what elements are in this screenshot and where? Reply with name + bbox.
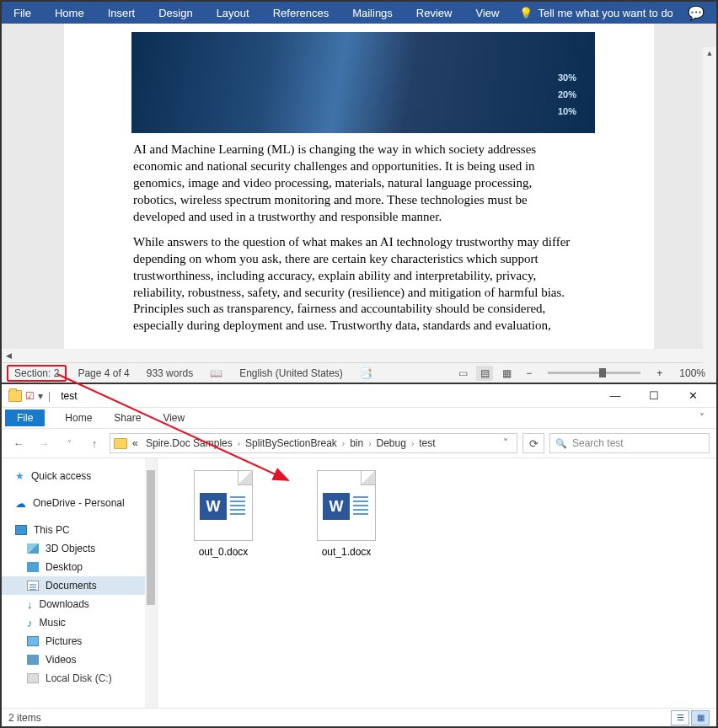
nav-pictures[interactable]: Pictures bbox=[2, 632, 157, 650]
overlay-pct-20: 20% bbox=[558, 89, 576, 99]
addr-overflow-icon[interactable]: « bbox=[132, 437, 141, 449]
nav-music[interactable]: ♪ Music bbox=[2, 613, 157, 632]
nav-pane[interactable]: ★ Quick access ☁ OneDrive - Personal Thi… bbox=[2, 458, 158, 708]
ribbon-tab-design[interactable]: Design bbox=[147, 2, 204, 24]
status-words[interactable]: 933 words bbox=[141, 365, 199, 382]
zoom-out-button[interactable]: − bbox=[520, 365, 538, 382]
print-layout-icon[interactable]: ▤ bbox=[476, 366, 493, 381]
overlay-pct-30: 30% bbox=[558, 72, 576, 83]
nav-local-disk[interactable]: Local Disk (C:) bbox=[2, 669, 157, 688]
hero-handshake-image: 30% 20% 10% bbox=[131, 32, 595, 133]
crumb-split[interactable]: SplitBySectionBreak bbox=[242, 437, 340, 449]
document-page[interactable]: 30% 20% 10% AI and Machine Learning (ML)… bbox=[64, 24, 654, 349]
ribbon-tab-layout[interactable]: Layout bbox=[205, 2, 261, 24]
pc-icon bbox=[15, 525, 27, 535]
icons-view-button[interactable]: ▦ bbox=[691, 710, 710, 725]
nav-back-button[interactable]: ← bbox=[8, 433, 29, 453]
explorer-titlebar: ☑ ▾ | test — ☐ ✕ bbox=[2, 384, 716, 408]
ribbon-tab-mailings[interactable]: Mailings bbox=[340, 2, 405, 24]
scroll-left-icon[interactable]: ◀ bbox=[2, 351, 15, 360]
nav-up-button[interactable]: ↑ bbox=[84, 433, 104, 453]
nav-documents[interactable]: Documents bbox=[2, 576, 157, 595]
scroll-up-icon[interactable]: ▲ bbox=[703, 47, 716, 59]
address-bar[interactable]: « Spire.Doc Samples› SplitBySectionBreak… bbox=[110, 433, 517, 453]
nav-scrollbar[interactable] bbox=[145, 458, 157, 708]
ribbon-tab-insert[interactable]: Insert bbox=[96, 2, 147, 24]
picture-icon bbox=[27, 636, 39, 646]
addr-dropdown-icon[interactable]: ˅ bbox=[498, 437, 513, 449]
ribbon-tab-references[interactable]: References bbox=[261, 2, 340, 24]
qat-chevron-icon[interactable]: ▾ bbox=[38, 390, 43, 402]
file-listing[interactable]: W out_0.docx W out_1.docx bbox=[158, 458, 716, 708]
music-icon: ♪ bbox=[27, 617, 33, 629]
minimize-button[interactable]: — bbox=[598, 386, 632, 406]
maximize-button[interactable]: ☐ bbox=[637, 386, 671, 406]
ribbon-tab-review[interactable]: Review bbox=[405, 2, 464, 24]
crumb-bin[interactable]: bin bbox=[346, 437, 367, 449]
nav-this-pc[interactable]: This PC bbox=[2, 521, 157, 539]
word-doc-icon: W bbox=[317, 470, 376, 541]
crumb-spire[interactable]: Spire.Doc Samples bbox=[142, 437, 236, 449]
read-mode-icon[interactable]: ▭ bbox=[454, 366, 471, 381]
crumb-test[interactable]: test bbox=[415, 437, 438, 449]
item-count: 2 items bbox=[8, 712, 41, 724]
body-paragraph-1[interactable]: AI and Machine Learning (ML) is changing… bbox=[133, 142, 576, 226]
qat-properties-icon[interactable]: ☑ bbox=[25, 390, 35, 402]
body-paragraph-2[interactable]: While answers to the question of what ma… bbox=[133, 234, 576, 335]
search-input[interactable]: 🔍 Search test bbox=[549, 433, 710, 453]
nav-videos[interactable]: Videos bbox=[2, 650, 157, 669]
file-out0[interactable]: W out_0.docx bbox=[183, 470, 264, 558]
star-icon: ★ bbox=[15, 470, 24, 482]
search-icon: 🔍 bbox=[555, 438, 567, 449]
tell-me-search[interactable]: 💡 Tell me what you want to do bbox=[511, 7, 672, 19]
close-button[interactable]: ✕ bbox=[676, 386, 710, 406]
refresh-button[interactable]: ⟳ bbox=[522, 433, 544, 453]
explorer-tab-home[interactable]: Home bbox=[55, 410, 102, 426]
nav-desktop[interactable]: Desktop bbox=[2, 558, 157, 576]
nav-recent-button[interactable]: ˅ bbox=[59, 433, 79, 453]
ribbon-tab-home[interactable]: Home bbox=[43, 2, 96, 24]
ribbon-tab-file[interactable]: File bbox=[2, 2, 43, 24]
download-icon: ↓ bbox=[27, 598, 33, 611]
nav-forward-button[interactable]: → bbox=[34, 433, 54, 453]
explorer-window: ☑ ▾ | test — ☐ ✕ File Home Share View ˅ … bbox=[2, 383, 716, 726]
zoom-in-button[interactable]: + bbox=[651, 365, 668, 382]
status-language[interactable]: English (United States) bbox=[233, 365, 349, 382]
explorer-file-tab[interactable]: File bbox=[5, 410, 45, 426]
trackchanges-icon[interactable]: 📑 bbox=[354, 365, 378, 382]
cloud-icon: ☁ bbox=[15, 497, 26, 510]
web-layout-icon[interactable]: ▦ bbox=[498, 366, 515, 381]
ribbon-collapse-icon[interactable]: ˅ bbox=[691, 412, 713, 424]
explorer-statusbar: 2 items ☰ ▦ bbox=[2, 708, 716, 726]
file-label: out_0.docx bbox=[183, 546, 264, 558]
feedback-icon[interactable]: 💬 bbox=[676, 5, 716, 21]
address-row: ← → ˅ ↑ « Spire.Doc Samples› SplitBySect… bbox=[2, 428, 716, 458]
ribbon-tab-view[interactable]: View bbox=[463, 2, 511, 24]
disk-icon bbox=[27, 673, 39, 683]
vertical-scrollbar[interactable]: ▲ bbox=[703, 47, 716, 367]
overlay-pct-10: 10% bbox=[558, 106, 576, 116]
crumb-debug[interactable]: Debug bbox=[373, 437, 410, 449]
desktop-icon bbox=[27, 562, 39, 572]
explorer-ribbon: File Home Share View ˅ bbox=[2, 408, 716, 428]
spellcheck-icon[interactable]: 📖 bbox=[204, 365, 228, 382]
word-ribbon: File Home Insert Design Layout Reference… bbox=[2, 2, 716, 24]
document-viewport: 30% 20% 10% AI and Machine Learning (ML)… bbox=[2, 24, 716, 349]
horizontal-scrollbar[interactable]: ◀ ▶ bbox=[2, 349, 716, 362]
nav-downloads[interactable]: ↓ Downloads bbox=[2, 595, 157, 613]
explorer-tab-share[interactable]: Share bbox=[104, 410, 151, 426]
nav-onedrive[interactable]: ☁ OneDrive - Personal bbox=[2, 494, 157, 512]
file-out1[interactable]: W out_1.docx bbox=[306, 470, 387, 558]
word-doc-icon: W bbox=[194, 470, 253, 541]
explorer-tab-view[interactable]: View bbox=[153, 410, 195, 426]
status-page[interactable]: Page 4 of 4 bbox=[72, 365, 135, 382]
video-icon bbox=[27, 655, 39, 665]
search-placeholder: Search test bbox=[572, 437, 624, 449]
nav-quick-access[interactable]: ★ Quick access bbox=[2, 467, 157, 485]
status-section[interactable]: Section: 2 bbox=[7, 365, 67, 382]
addr-folder-icon bbox=[114, 438, 127, 449]
nav-3d-objects[interactable]: 3D Objects bbox=[2, 539, 157, 558]
zoom-slider[interactable] bbox=[548, 372, 640, 374]
window-title: test bbox=[61, 390, 77, 402]
details-view-button[interactable]: ☰ bbox=[671, 710, 689, 725]
